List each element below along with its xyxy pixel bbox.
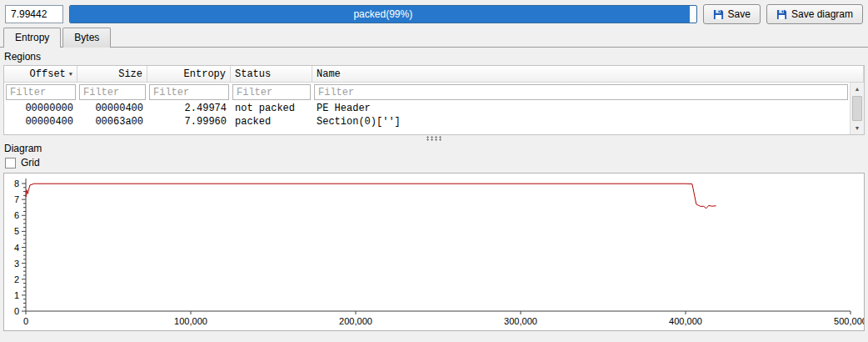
- table-row[interactable]: 00000000 00000400 2.49974 not packed PE …: [4, 102, 850, 115]
- scrollbar-up-icon[interactable]: ▲: [851, 83, 864, 95]
- cell-offset: 00000000: [4, 102, 77, 115]
- scrollbar-down-icon[interactable]: ▼: [851, 122, 864, 134]
- svg-text:0: 0: [14, 306, 19, 316]
- filter-input-status[interactable]: [232, 84, 311, 100]
- column-header-size[interactable]: Size: [77, 66, 147, 82]
- svg-text:300,000: 300,000: [504, 316, 537, 326]
- filter-input-entropy[interactable]: [149, 84, 229, 100]
- svg-text:6: 6: [14, 210, 19, 220]
- svg-text:0: 0: [23, 316, 28, 326]
- cell-size: 00000400: [77, 102, 147, 115]
- sort-indicator-icon: ▼: [69, 71, 72, 78]
- progress-label: packed(99%): [70, 6, 696, 23]
- cell-name: Section(0)['']: [312, 115, 850, 128]
- regions-table: Offset ▼ Size Entropy Status Name: [3, 65, 865, 135]
- entropy-tab-content: Regions Offset ▼ Size Entropy Status Nam…: [0, 47, 868, 334]
- svg-text:1: 1: [14, 290, 19, 300]
- table-row[interactable]: 00000400 00063a00 7.99960 packed Section…: [4, 115, 850, 128]
- save-button[interactable]: Save: [703, 4, 761, 24]
- cell-entropy: 7.99960: [147, 115, 231, 128]
- scrollbar-thumb[interactable]: [852, 96, 862, 121]
- grid-checkbox[interactable]: Grid: [5, 157, 865, 168]
- entropy-line-chart: 0123456780100,000200,000300,000400,00050…: [4, 174, 864, 330]
- cell-status: packed: [231, 115, 312, 128]
- table-scrollbar[interactable]: ▲ ▼: [850, 83, 864, 134]
- total-entropy-field[interactable]: [5, 5, 63, 23]
- tab-entropy[interactable]: Entropy: [3, 28, 61, 48]
- svg-text:3: 3: [14, 259, 19, 269]
- die-entropy-window: packed(99%) Save: [0, 0, 868, 334]
- filter-input-size[interactable]: [79, 84, 146, 100]
- svg-text:2: 2: [14, 274, 19, 284]
- svg-text:400,000: 400,000: [669, 316, 702, 326]
- filter-input-offset[interactable]: [6, 84, 76, 100]
- tab-bar: Entropy Bytes: [0, 28, 868, 48]
- save-button-label: Save: [728, 8, 751, 20]
- entropy-chart: 0123456780100,000200,000300,000400,00050…: [3, 173, 865, 331]
- grid-checkbox-box[interactable]: [5, 158, 16, 168]
- svg-text:7: 7: [14, 194, 19, 204]
- save-icon: [713, 9, 724, 20]
- svg-text:5: 5: [14, 226, 19, 236]
- column-header-status[interactable]: Status: [231, 66, 312, 82]
- grid-checkbox-label: Grid: [21, 157, 40, 168]
- column-header-offset-label: Offset: [30, 68, 66, 80]
- svg-text:500,000: 500,000: [834, 316, 864, 326]
- svg-text:4: 4: [14, 243, 19, 253]
- svg-text:100,000: 100,000: [174, 316, 207, 326]
- column-header-offset[interactable]: Offset ▼: [4, 66, 77, 82]
- splitter-grip-icon: [426, 136, 442, 141]
- splitter-handle[interactable]: [3, 135, 865, 142]
- cell-size: 00063a00: [77, 115, 147, 128]
- save-diagram-icon: [776, 9, 787, 20]
- filter-row: [4, 83, 850, 102]
- cell-offset: 00000400: [4, 115, 77, 128]
- save-diagram-button[interactable]: Save diagram: [766, 4, 863, 24]
- column-header-entropy[interactable]: Entropy: [147, 66, 231, 82]
- diagram-label: Diagram: [4, 143, 865, 154]
- column-header-name[interactable]: Name: [312, 66, 864, 82]
- cell-status: not packed: [231, 102, 312, 115]
- save-diagram-button-label: Save diagram: [791, 8, 853, 20]
- cell-name: PE Header: [312, 102, 850, 115]
- packed-progress-bar: packed(99%): [69, 5, 697, 23]
- svg-text:8: 8: [14, 179, 19, 189]
- toolbar: packed(99%) Save: [0, 0, 868, 28]
- table-header-row: Offset ▼ Size Entropy Status Name: [4, 66, 864, 83]
- svg-text:200,000: 200,000: [339, 316, 372, 326]
- tab-bytes[interactable]: Bytes: [62, 28, 111, 48]
- filter-input-name[interactable]: [314, 84, 848, 100]
- cell-entropy: 2.49974: [147, 102, 231, 115]
- regions-label: Regions: [4, 51, 865, 63]
